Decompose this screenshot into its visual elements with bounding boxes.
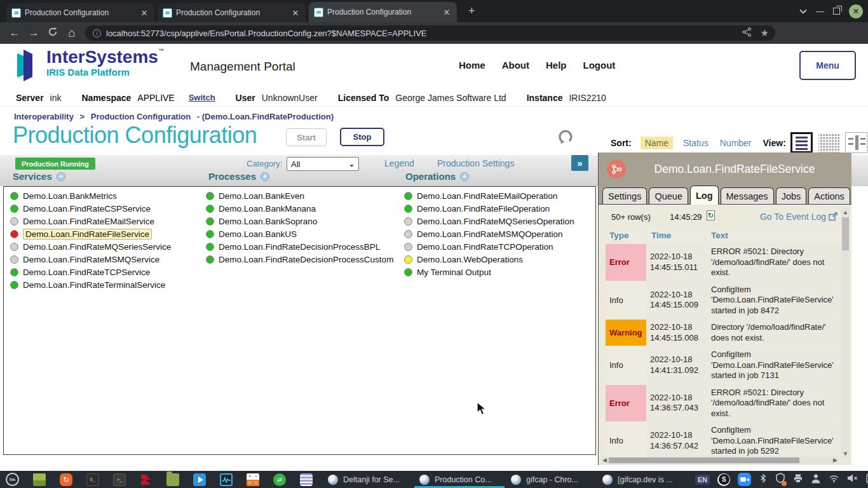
config-item[interactable]: Demo.Loan.FindRateTCPOperation xyxy=(404,240,574,253)
file-manager-icon[interactable] xyxy=(166,473,179,486)
forward-icon[interactable]: → xyxy=(24,27,43,39)
tab-settings[interactable]: Settings xyxy=(602,187,647,205)
taskbar-window-gifcap[interactable]: gifcap - Chro... xyxy=(506,471,596,488)
config-item[interactable]: Demo.Loan.FindRateMSMQOperation xyxy=(404,227,574,240)
scroll-thumb[interactable] xyxy=(609,458,799,463)
nav-about-link[interactable]: About xyxy=(502,60,529,71)
keyboard-layout-indicator[interactable]: EN xyxy=(695,475,710,485)
config-item[interactable]: Demo.Loan.FindRateCSPService xyxy=(10,202,171,215)
tab-search-chevron-icon[interactable] xyxy=(799,9,807,14)
notes-icon[interactable] xyxy=(300,473,313,486)
log-vertical-scrollbar[interactable]: ▲ ▼ xyxy=(841,208,850,458)
mint-menu-icon[interactable] xyxy=(6,473,19,486)
nav-help-link[interactable]: Help xyxy=(546,60,567,71)
tab-close-icon[interactable]: ✕ xyxy=(290,8,301,18)
scroll-right-icon[interactable]: ▶ xyxy=(833,457,837,464)
terminal-icon[interactable] xyxy=(86,473,99,486)
printer-icon[interactable] xyxy=(793,473,803,486)
col-text[interactable]: Text xyxy=(707,227,842,243)
system-monitor-icon[interactable] xyxy=(220,473,233,486)
split-view-icon[interactable] xyxy=(845,132,867,153)
minimize-icon[interactable]: — xyxy=(816,6,824,16)
site-info-icon[interactable]: i xyxy=(93,29,101,37)
tab-jobs[interactable]: Jobs xyxy=(776,187,807,205)
maximize-icon[interactable] xyxy=(833,8,840,15)
config-item[interactable]: Demo.Loan.FindRateTCPService xyxy=(10,266,171,278)
production-settings-link[interactable]: Production Settings xyxy=(437,158,514,168)
wifi-icon[interactable] xyxy=(829,474,839,485)
taskbar-window-production-active[interactable]: Production Co... xyxy=(414,471,505,488)
reload-icon[interactable] xyxy=(43,27,62,40)
config-item[interactable]: My Terminal Output xyxy=(404,266,574,278)
config-item-selected[interactable]: Demo.Loan.FindRateFileService xyxy=(10,227,171,240)
log-horizontal-scrollbar[interactable]: ◀ ▶ xyxy=(601,457,839,464)
config-item[interactable]: Demo.Loan.BankSoprano xyxy=(206,215,393,227)
home-icon[interactable]: ⌂ xyxy=(62,26,81,40)
zoom-tray-icon[interactable] xyxy=(738,473,751,486)
go-to-event-log-link[interactable]: Go To Event Log xyxy=(760,212,826,222)
tab-messages[interactable]: Messages xyxy=(721,187,774,205)
battery-icon[interactable] xyxy=(865,473,868,486)
browser-tab-3-active[interactable]: IR Production Configuration ✕ xyxy=(309,2,457,22)
config-item[interactable]: Demo.Loan.FindRateFileOperation xyxy=(404,202,574,215)
config-item[interactable]: Demo.Loan.BankEven xyxy=(206,189,393,202)
config-item[interactable]: Demo.Loan.FindRateTerminalService xyxy=(10,278,171,291)
tab-close-icon[interactable]: ✕ xyxy=(442,8,452,17)
add-process-button[interactable]: + xyxy=(261,172,269,181)
refresh-spinner-icon[interactable] xyxy=(557,128,574,148)
back-icon[interactable]: ← xyxy=(5,27,24,39)
bluetooth-icon[interactable] xyxy=(759,473,768,486)
list-view-icon[interactable] xyxy=(790,132,813,153)
breadcrumb-page[interactable]: Production Configuration xyxy=(91,112,191,121)
tab-close-icon[interactable]: ✕ xyxy=(139,8,149,18)
browser-tab-1[interactable]: IR Production Configuration ✕ xyxy=(6,3,154,22)
security-shield-icon[interactable] xyxy=(775,473,785,486)
config-item[interactable]: Demo.Loan.FindRateMQSeriesOperation xyxy=(404,215,574,227)
category-select[interactable]: All ⌄ xyxy=(287,157,359,171)
config-item[interactable]: Demo.Loan.FindRateEMailOperation xyxy=(404,189,574,202)
address-bar[interactable]: i localhost:52773/csp/applive/EnsPortal.… xyxy=(85,25,775,41)
bookmark-star-icon[interactable]: ★ xyxy=(761,27,769,39)
grid-view-icon[interactable] xyxy=(818,134,839,153)
close-icon[interactable]: ✕ xyxy=(849,4,863,18)
add-service-button[interactable]: + xyxy=(57,172,65,181)
volume-muted-icon[interactable] xyxy=(847,473,858,485)
browser-tab-2[interactable]: IR Production Configuration ✕ xyxy=(158,3,306,22)
vscode-icon[interactable] xyxy=(193,473,206,486)
tab-log[interactable]: Log xyxy=(690,186,719,205)
config-item[interactable]: Demo.Loan.FindRateMQSeriesService xyxy=(10,240,171,253)
config-item[interactable]: Demo.Loan.FindRateMSMQService xyxy=(10,253,171,266)
config-item[interactable]: Demo.Loan.BankUS xyxy=(206,227,393,240)
config-item[interactable]: Demo.Loan.BankManana xyxy=(206,202,393,215)
calculator-icon[interactable]: +−×= xyxy=(247,473,259,486)
log-refresh-icon[interactable]: ↻ xyxy=(707,210,715,220)
scroll-up-icon[interactable]: ▲ xyxy=(841,209,850,215)
scroll-thumb[interactable] xyxy=(842,217,849,250)
switch-namespace-link[interactable]: Switch xyxy=(189,93,215,102)
scroll-left-icon[interactable]: ◀ xyxy=(602,457,607,464)
user-accounts-icon[interactable] xyxy=(811,473,821,486)
nav-logout-link[interactable]: Logout xyxy=(583,60,616,71)
menu-button[interactable]: Menu xyxy=(799,51,856,80)
col-time[interactable]: Time xyxy=(648,227,706,243)
deltanji-icon[interactable] xyxy=(140,473,153,486)
legend-link[interactable]: Legend xyxy=(384,158,414,168)
update-manager-icon[interactable] xyxy=(60,473,72,486)
sort-by-number[interactable]: Number xyxy=(720,138,752,148)
tab-actions[interactable]: Actions xyxy=(808,187,850,205)
tab-queue[interactable]: Queue xyxy=(649,187,688,205)
config-item[interactable]: Demo.Loan.BankMetrics xyxy=(10,189,171,202)
taskbar-window-gifcap-dev[interactable]: [gifcap.dev is ... xyxy=(597,471,688,488)
add-operation-button[interactable]: + xyxy=(460,172,469,181)
skype-tray-icon[interactable]: S xyxy=(717,473,730,486)
nav-home-link[interactable]: Home xyxy=(459,60,485,71)
new-tab-button[interactable]: + xyxy=(468,5,475,17)
show-desktop-icon[interactable] xyxy=(33,473,46,486)
sort-by-status[interactable]: Status xyxy=(683,138,709,148)
terminal-alt-icon[interactable] xyxy=(113,473,126,486)
scroll-down-icon[interactable]: ▼ xyxy=(841,451,850,457)
col-type[interactable]: Type xyxy=(606,227,646,243)
config-item[interactable]: Demo.Loan.FindRateEMailService xyxy=(10,215,171,227)
taskbar-window-deltanji[interactable]: Deltanji for Se... xyxy=(323,471,413,488)
config-item[interactable]: Demo.Loan.FindRateDecisionProcessCustom xyxy=(206,253,393,266)
